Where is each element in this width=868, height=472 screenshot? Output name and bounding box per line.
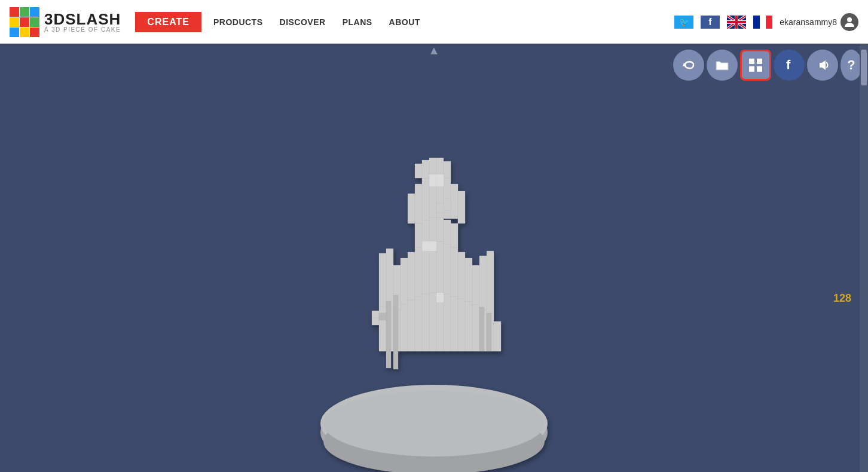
svg-rect-92 [422,160,429,178]
svg-rect-75 [487,251,494,315]
svg-rect-62 [401,258,408,304]
svg-rect-101 [479,307,484,351]
svg-rect-12 [727,21,746,23]
svg-rect-56 [465,301,472,351]
svg-rect-89 [451,184,458,219]
svg-rect-60 [494,321,501,351]
svg-rect-54 [451,296,458,351]
svg-rect-44 [379,320,386,351]
svg-rect-104 [436,174,444,186]
svg-rect-51 [429,293,436,351]
username-label: ekaransammy8 [780,17,837,27]
logo-square-9 [30,27,39,37]
svg-rect-47 [401,304,408,351]
svg-rect-94 [436,158,444,174]
logo-square-5 [20,17,29,27]
logo-square-3 [30,7,39,17]
svg-rect-80 [436,217,444,241]
svg-text:🐦: 🐦 [679,17,690,27]
twitter-icon[interactable]: 🐦 [674,16,693,29]
folder-icon [714,57,731,73]
fr-flag-icon[interactable] [753,16,772,29]
svg-rect-98 [379,313,386,320]
svg-rect-100 [393,295,398,369]
uk-flag-icon[interactable] [727,16,746,29]
grid-menu-button[interactable] [740,50,771,81]
vertical-scrollbar[interactable] [860,44,868,472]
help-button[interactable]: ? [841,50,862,81]
nav-link-products[interactable]: PRODUCTS [213,17,263,27]
navbar: 3DSLASH A 3D PIECE OF CAKE CREATE PRODUC… [0,0,868,44]
canvas-area: ▲ [0,44,868,472]
logo-area: 3DSLASH A 3D PIECE OF CAKE [10,7,121,37]
svg-rect-63 [408,252,415,300]
svg-point-16 [847,17,852,22]
logo-square-4 [10,17,19,27]
facebook-share-button[interactable]: f [774,50,805,81]
folder-button[interactable] [707,50,738,81]
svg-rect-67 [436,241,444,293]
svg-rect-57 [472,305,479,351]
svg-rect-99 [386,301,391,368]
svg-rect-74 [386,249,393,308]
sound-button[interactable] [807,50,838,81]
toolbar-right: f ? [673,50,862,81]
svg-rect-93 [429,158,436,174]
number-indicator: 128 [833,292,851,305]
svg-rect-79 [429,217,436,241]
logo-squares-icon [10,7,39,37]
svg-rect-84 [415,184,422,223]
undo-button[interactable] [673,50,704,81]
nav-link-plans[interactable]: PLANS [343,17,372,27]
svg-rect-69 [451,247,458,296]
svg-rect-106 [436,293,444,302]
svg-rect-83 [408,194,415,223]
svg-rect-49 [415,296,422,351]
svg-rect-65 [422,244,429,294]
svg-rect-41 [379,306,386,313]
svg-rect-82 [451,223,458,247]
svg-rect-71 [465,258,472,301]
user-avatar-icon [841,13,858,31]
svg-rect-102 [487,313,491,351]
svg-rect-64 [415,247,422,296]
svg-rect-110 [757,59,762,64]
facebook-icon: f [781,57,797,73]
svg-rect-95 [444,161,451,178]
facebook-nav-icon[interactable]: f [701,16,720,29]
svg-rect-77 [415,223,422,247]
svg-rect-90 [458,191,465,223]
svg-rect-103 [429,174,436,186]
top-arrow-icon: ▲ [428,44,440,57]
logo-square-7 [10,27,19,37]
svg-rect-15 [760,16,766,29]
svg-rect-42 [372,311,379,318]
user-area[interactable]: ekaransammy8 [780,13,858,31]
nav-link-about[interactable]: ABOUT [389,17,420,27]
svg-point-38 [323,391,545,456]
3d-model [291,86,577,468]
svg-rect-68 [444,244,451,294]
svg-rect-48 [408,300,415,351]
scrollbar-thumb[interactable] [861,50,867,85]
svg-rect-109 [749,59,754,64]
question-mark-icon: ? [847,57,855,73]
nav-link-discover[interactable]: DISCOVER [280,17,326,27]
svg-rect-112 [757,66,762,72]
svg-rect-55 [458,299,465,351]
logo-square-6 [30,17,39,27]
svg-rect-70 [458,252,465,299]
create-button[interactable]: CREATE [135,12,201,32]
logo-main-text: 3DSLASH [44,11,121,27]
svg-rect-85 [422,178,429,220]
svg-rect-43 [372,318,379,325]
logo-square-1 [10,7,19,17]
sound-icon [815,57,830,73]
logo-text: 3DSLASH A 3D PIECE OF CAKE [44,11,121,33]
logo-sub-text: A 3D PIECE OF CAKE [44,27,121,33]
svg-text:f: f [786,57,791,72]
grid-icon [747,57,764,73]
logo-square-2 [20,7,29,17]
svg-rect-81 [444,220,451,244]
bear-model-svg [291,86,577,473]
